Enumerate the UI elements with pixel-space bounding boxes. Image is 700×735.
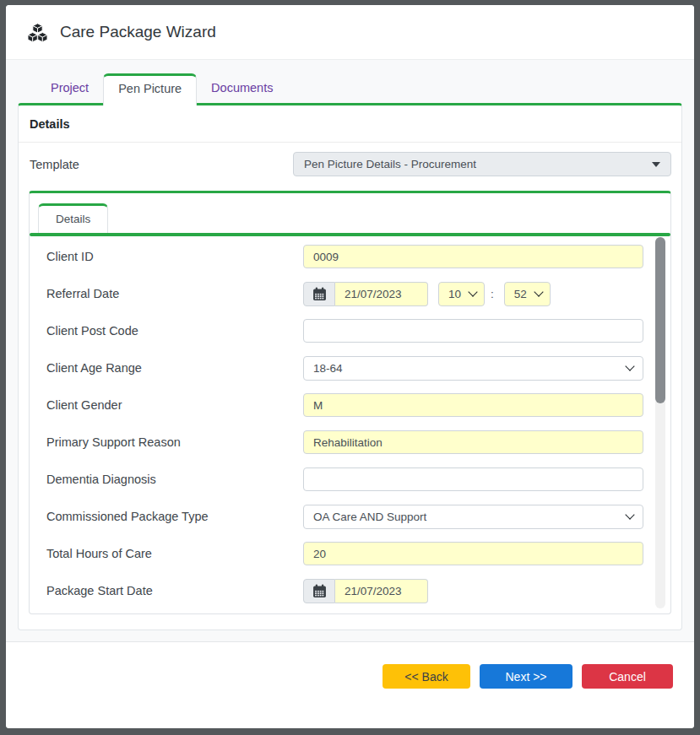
package-start-date-label: Package Start Date <box>46 584 303 597</box>
next-button[interactable]: Next >> <box>480 664 572 689</box>
field-control <box>303 393 643 417</box>
cancel-button[interactable]: Cancel <box>582 664 673 689</box>
field-control: OA Care AND Support <box>303 505 643 529</box>
template-row: Template Pen Picture Details - Procureme… <box>19 143 681 186</box>
template-select[interactable]: Pen Picture Details - Procurement <box>293 152 671 176</box>
total-hours-of-care-input[interactable] <box>303 542 643 565</box>
form-row: Commissioned Package TypeOA Care AND Sup… <box>46 498 670 535</box>
client-id-input[interactable] <box>303 245 643 268</box>
form-row: Dementia Diagnosis <box>46 461 670 498</box>
field-control: 18-64 <box>303 356 643 381</box>
field-control <box>303 430 643 454</box>
page-title: Care Package Wizard <box>60 23 216 41</box>
scrollbar-track[interactable] <box>655 237 665 608</box>
chevron-down-icon <box>534 287 543 296</box>
panel-tab-details[interactable]: Details <box>38 203 108 233</box>
referral-date-input[interactable] <box>335 282 428 306</box>
commissioned-package-type-select-value: OA Care AND Support <box>313 511 426 523</box>
commissioned-package-type-select[interactable]: OA Care AND Support <box>303 505 643 529</box>
commissioned-package-type-label: Commissioned Package Type <box>46 510 303 523</box>
chevron-down-icon <box>625 510 634 519</box>
referral-date-label: Referral Date <box>46 287 303 300</box>
field-control <box>303 579 643 603</box>
template-select-value: Pen Picture Details - Procurement <box>304 158 476 170</box>
tab-project[interactable]: Project <box>36 73 103 103</box>
form-row: Client Post Code <box>46 312 670 349</box>
form-row: Referral Date 10:52 <box>46 275 670 312</box>
field-control <box>303 467 643 491</box>
referral-date-date-group: 10:52 <box>303 282 551 306</box>
cubes-icon <box>26 22 49 43</box>
client-id-label: Client ID <box>46 250 303 263</box>
form-row: Client Age Range18-64 <box>46 349 670 386</box>
package-start-date-calendar-button[interactable] <box>303 579 335 603</box>
window-header: Care Package Wizard <box>6 5 694 60</box>
details-card: Details Template Pen Picture Details - P… <box>18 103 682 630</box>
total-hours-of-care-label: Total Hours of Care <box>46 547 303 560</box>
panel-tabbar: Details <box>30 193 670 233</box>
package-start-date-date-group <box>303 579 428 603</box>
field-control <box>303 542 643 565</box>
form-row: Primary Support Reason <box>46 424 670 461</box>
client-age-range-label: Client Age Range <box>46 361 303 375</box>
referral-date-hour-select[interactable]: 10 <box>438 282 485 306</box>
form-row: Total Hours of Care <box>46 535 670 572</box>
field-control <box>303 319 643 343</box>
wizard-tabbar: Project Pen Picture Documents <box>6 60 694 103</box>
care-package-wizard-window: Care Package Wizard Project Pen Picture … <box>6 5 694 728</box>
calendar-icon <box>312 584 327 598</box>
calendar-icon <box>312 287 327 301</box>
form-scroll-area: Client IDReferral Date 10:52Client Post … <box>30 236 670 613</box>
dementia-diagnosis-label: Dementia Diagnosis <box>46 473 303 486</box>
form-row: Client Gender <box>46 386 670 424</box>
client-gender-label: Client Gender <box>46 398 303 412</box>
chevron-down-icon <box>625 361 634 370</box>
tab-documents[interactable]: Documents <box>197 73 287 103</box>
client-age-range-select[interactable]: 18-64 <box>303 356 643 381</box>
time-separator: : <box>491 288 494 300</box>
referral-date-hour-value: 10 <box>448 288 461 300</box>
referral-date-minute-value: 52 <box>514 288 527 300</box>
referral-date-minute-select[interactable]: 52 <box>504 282 551 306</box>
details-section-title: Details <box>19 105 681 143</box>
caret-down-icon <box>652 162 660 167</box>
referral-date-calendar-button[interactable] <box>303 282 335 306</box>
wizard-footer: << Back Next >> Cancel <box>6 641 694 728</box>
chevron-down-icon <box>468 287 477 296</box>
form-row: Package Start Date <box>46 572 670 609</box>
dementia-diagnosis-input[interactable] <box>303 467 643 491</box>
client-gender-input[interactable] <box>303 393 643 417</box>
client-age-range-select-value: 18-64 <box>313 362 343 375</box>
back-button[interactable]: << Back <box>383 664 470 689</box>
scrollbar-thumb[interactable] <box>655 237 665 403</box>
tab-pen-picture[interactable]: Pen Picture <box>103 73 197 105</box>
form-row: Client ID <box>46 238 670 275</box>
client-post-code-label: Client Post Code <box>46 324 303 338</box>
form-fields: Client IDReferral Date 10:52Client Post … <box>46 238 670 609</box>
field-control: 10:52 <box>303 282 643 306</box>
primary-support-reason-input[interactable] <box>303 430 643 454</box>
template-label: Template <box>29 158 293 171</box>
client-post-code-input[interactable] <box>303 319 643 343</box>
package-start-date-input[interactable] <box>335 579 428 603</box>
pen-picture-panel: Details Client IDReferral Date 10:52Clie… <box>29 191 671 614</box>
field-control <box>303 245 643 268</box>
window-body: Project Pen Picture Documents Details Te… <box>6 60 694 641</box>
primary-support-reason-label: Primary Support Reason <box>46 435 303 449</box>
